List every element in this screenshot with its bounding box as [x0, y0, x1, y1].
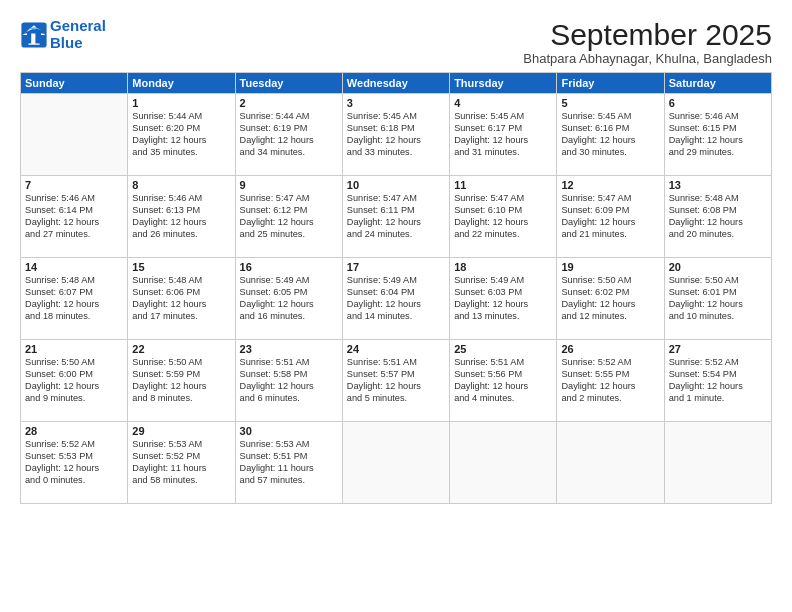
day-info-line: Daylight: 12 hours — [669, 135, 767, 147]
calendar-day-cell: 12Sunrise: 5:47 AMSunset: 6:09 PMDayligh… — [557, 176, 664, 258]
day-info-line: Sunrise: 5:50 AM — [25, 357, 123, 369]
day-number: 21 — [25, 343, 123, 355]
day-info-line: and 18 minutes. — [25, 311, 123, 323]
day-info-line: Daylight: 12 hours — [132, 381, 230, 393]
day-number: 16 — [240, 261, 338, 273]
day-info-line: Sunset: 6:00 PM — [25, 369, 123, 381]
day-info-line: Sunset: 5:52 PM — [132, 451, 230, 463]
day-info-line: Sunrise: 5:51 AM — [240, 357, 338, 369]
day-number: 9 — [240, 179, 338, 191]
calendar-day-cell — [557, 422, 664, 504]
day-info-line: Sunrise: 5:51 AM — [454, 357, 552, 369]
day-info-line: Sunset: 6:03 PM — [454, 287, 552, 299]
calendar-header-cell: Friday — [557, 73, 664, 94]
day-info-line: Sunset: 6:15 PM — [669, 123, 767, 135]
day-number: 14 — [25, 261, 123, 273]
day-info-line: Sunset: 6:11 PM — [347, 205, 445, 217]
day-info-line: and 35 minutes. — [132, 147, 230, 159]
day-info-line: and 14 minutes. — [347, 311, 445, 323]
day-info-line: Sunrise: 5:44 AM — [132, 111, 230, 123]
day-info-line: Daylight: 12 hours — [240, 135, 338, 147]
day-number: 19 — [561, 261, 659, 273]
day-info-line: Sunset: 6:13 PM — [132, 205, 230, 217]
day-info-line: and 31 minutes. — [454, 147, 552, 159]
day-info-line: Sunrise: 5:51 AM — [347, 357, 445, 369]
day-info-line: and 4 minutes. — [454, 393, 552, 405]
day-number: 12 — [561, 179, 659, 191]
day-info-line: and 57 minutes. — [240, 475, 338, 487]
day-info-line: and 27 minutes. — [25, 229, 123, 241]
calendar-day-cell: 14Sunrise: 5:48 AMSunset: 6:07 PMDayligh… — [21, 258, 128, 340]
calendar-header-cell: Saturday — [664, 73, 771, 94]
day-info-line: Daylight: 12 hours — [25, 381, 123, 393]
day-info-line: Daylight: 12 hours — [669, 381, 767, 393]
day-info-line: Sunset: 6:12 PM — [240, 205, 338, 217]
day-info-line: Sunrise: 5:48 AM — [669, 193, 767, 205]
calendar-week-row: 1Sunrise: 5:44 AMSunset: 6:20 PMDaylight… — [21, 94, 772, 176]
day-info-line: and 21 minutes. — [561, 229, 659, 241]
day-info-line: Daylight: 12 hours — [347, 381, 445, 393]
calendar-day-cell: 13Sunrise: 5:48 AMSunset: 6:08 PMDayligh… — [664, 176, 771, 258]
day-info-line: and 34 minutes. — [240, 147, 338, 159]
day-number: 25 — [454, 343, 552, 355]
day-info-line: Sunset: 6:10 PM — [454, 205, 552, 217]
day-number: 2 — [240, 97, 338, 109]
day-info-line: Sunset: 5:58 PM — [240, 369, 338, 381]
day-info-line: and 24 minutes. — [347, 229, 445, 241]
calendar-day-cell: 15Sunrise: 5:48 AMSunset: 6:06 PMDayligh… — [128, 258, 235, 340]
calendar-day-cell: 20Sunrise: 5:50 AMSunset: 6:01 PMDayligh… — [664, 258, 771, 340]
calendar-day-cell: 23Sunrise: 5:51 AMSunset: 5:58 PMDayligh… — [235, 340, 342, 422]
day-info-line: Sunrise: 5:52 AM — [669, 357, 767, 369]
day-info-line: Daylight: 12 hours — [25, 217, 123, 229]
day-info-line: Sunrise: 5:44 AM — [240, 111, 338, 123]
day-number: 6 — [669, 97, 767, 109]
calendar-week-row: 21Sunrise: 5:50 AMSunset: 6:00 PMDayligh… — [21, 340, 772, 422]
logo-icon — [20, 21, 48, 49]
day-info-line: Sunrise: 5:49 AM — [347, 275, 445, 287]
day-info-line: Sunset: 6:05 PM — [240, 287, 338, 299]
day-info-line: and 22 minutes. — [454, 229, 552, 241]
day-number: 4 — [454, 97, 552, 109]
day-info-line: Sunrise: 5:52 AM — [561, 357, 659, 369]
day-number: 29 — [132, 425, 230, 437]
day-info-line: Sunset: 5:54 PM — [669, 369, 767, 381]
calendar-day-cell: 2Sunrise: 5:44 AMSunset: 6:19 PMDaylight… — [235, 94, 342, 176]
day-info-line: Daylight: 12 hours — [240, 217, 338, 229]
calendar-day-cell: 29Sunrise: 5:53 AMSunset: 5:52 PMDayligh… — [128, 422, 235, 504]
day-info-line: Daylight: 12 hours — [561, 381, 659, 393]
day-info-line: and 30 minutes. — [561, 147, 659, 159]
day-info-line: Daylight: 12 hours — [347, 299, 445, 311]
day-info-line: and 17 minutes. — [132, 311, 230, 323]
day-info-line: and 10 minutes. — [669, 311, 767, 323]
day-info-line: and 25 minutes. — [240, 229, 338, 241]
day-info-line: Sunset: 6:08 PM — [669, 205, 767, 217]
calendar-day-cell: 1Sunrise: 5:44 AMSunset: 6:20 PMDaylight… — [128, 94, 235, 176]
day-info-line: Sunrise: 5:49 AM — [240, 275, 338, 287]
day-info-line: Sunset: 6:01 PM — [669, 287, 767, 299]
day-info-line: Sunrise: 5:49 AM — [454, 275, 552, 287]
day-info-line: Daylight: 12 hours — [561, 135, 659, 147]
day-number: 7 — [25, 179, 123, 191]
calendar-day-cell: 25Sunrise: 5:51 AMSunset: 5:56 PMDayligh… — [450, 340, 557, 422]
day-info-line: Daylight: 12 hours — [669, 299, 767, 311]
day-info-line: and 16 minutes. — [240, 311, 338, 323]
day-number: 26 — [561, 343, 659, 355]
calendar-day-cell: 8Sunrise: 5:46 AMSunset: 6:13 PMDaylight… — [128, 176, 235, 258]
logo: General Blue — [20, 18, 106, 51]
day-info-line: Sunset: 5:59 PM — [132, 369, 230, 381]
day-number: 10 — [347, 179, 445, 191]
day-info-line: and 12 minutes. — [561, 311, 659, 323]
day-info-line: Sunset: 6:19 PM — [240, 123, 338, 135]
day-info-line: Sunrise: 5:47 AM — [561, 193, 659, 205]
day-info-line: Sunrise: 5:50 AM — [669, 275, 767, 287]
calendar-day-cell: 3Sunrise: 5:45 AMSunset: 6:18 PMDaylight… — [342, 94, 449, 176]
day-info-line: Sunrise: 5:45 AM — [561, 111, 659, 123]
day-info-line: and 13 minutes. — [454, 311, 552, 323]
day-number: 13 — [669, 179, 767, 191]
day-number: 30 — [240, 425, 338, 437]
day-number: 8 — [132, 179, 230, 191]
day-info-line: Sunrise: 5:45 AM — [454, 111, 552, 123]
title-block: September 2025 Bhatpara Abhaynagar, Khul… — [523, 18, 772, 66]
day-info-line: Daylight: 12 hours — [454, 217, 552, 229]
day-info-line: Daylight: 12 hours — [240, 381, 338, 393]
